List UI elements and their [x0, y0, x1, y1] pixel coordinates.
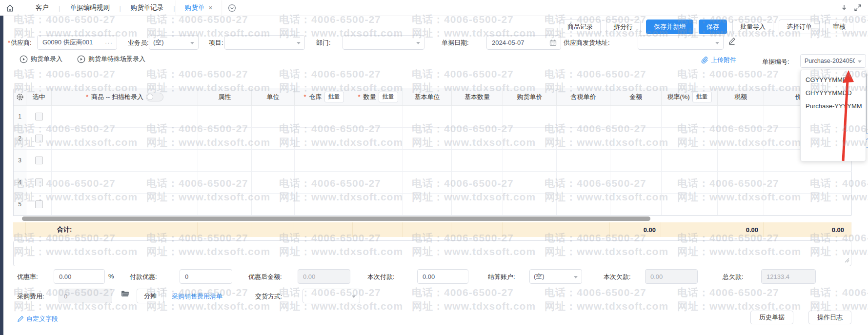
gear-icon[interactable] [16, 93, 24, 101]
table-cell[interactable] [503, 150, 557, 172]
history-docs-button[interactable]: 历史单据 [750, 311, 793, 324]
split-row-button[interactable]: 拆分行 [606, 20, 641, 34]
table-cell[interactable] [295, 194, 353, 216]
table-cell[interactable] [557, 150, 610, 172]
table-cell[interactable] [198, 128, 252, 150]
tab-more-icon[interactable] [228, 4, 236, 12]
table-cell[interactable] [610, 194, 662, 216]
home-icon[interactable] [6, 4, 14, 12]
table-cell[interactable] [452, 150, 503, 172]
table-cell[interactable] [662, 194, 718, 216]
table-cell[interactable] [503, 172, 557, 194]
table-cell[interactable] [353, 172, 403, 194]
table-cell[interactable] [295, 172, 353, 194]
doc-no-option[interactable]: CGYYYYMMDD [801, 73, 866, 86]
table-cell[interactable] [52, 194, 198, 216]
table-cell[interactable]: 4 [14, 172, 26, 194]
col-select-header[interactable]: 选中 [26, 88, 52, 106]
table-cell[interactable]: 1 [14, 106, 26, 128]
supplier-field[interactable]: ··· [37, 35, 117, 50]
table-cell[interactable] [26, 128, 52, 150]
table-cell[interactable] [764, 172, 852, 194]
col-product-header[interactable]: *商品 -- 扫描枪录入 [52, 88, 198, 106]
payment-now-input[interactable] [422, 273, 464, 281]
product-record-button[interactable]: 商品记录 [560, 20, 601, 34]
table-cell[interactable] [295, 128, 353, 150]
col-base-unit-header[interactable]: 基本单位 [403, 88, 452, 106]
table-cell[interactable]: 5 [14, 194, 26, 216]
select-order-button[interactable]: 选择订单 [779, 20, 820, 34]
salesman-select[interactable]: (空) [149, 35, 199, 50]
table-cell[interactable] [557, 194, 610, 216]
table-cell[interactable] [52, 128, 198, 150]
ship-address-select[interactable] [638, 35, 724, 50]
remarks-textarea[interactable] [13, 240, 851, 266]
purchase-entry-link[interactable]: 购货单录入 [20, 55, 62, 63]
table-cell[interactable] [198, 194, 252, 216]
col-tax-amount-header[interactable]: 税额 [718, 88, 764, 106]
folder-icon[interactable] [121, 290, 129, 299]
save-button[interactable]: 保存 [699, 20, 727, 34]
table-cell[interactable] [610, 172, 662, 194]
table-cell[interactable] [403, 106, 452, 128]
tab-doc-coding-rules[interactable]: 单据编码规则 [61, 0, 118, 16]
table-cell[interactable] [403, 150, 452, 172]
table-cell[interactable] [718, 194, 764, 216]
table-cell[interactable] [403, 128, 452, 150]
delivery-method-select[interactable] [303, 289, 360, 303]
custom-fields-link[interactable]: 自定义字段 [17, 315, 58, 323]
calendar-icon[interactable] [549, 39, 557, 46]
edit-address-icon[interactable] [728, 37, 736, 47]
doc-date-field[interactable] [486, 35, 561, 50]
fee-list-link[interactable]: 采购销售费用清单 [172, 292, 222, 301]
table-cell[interactable] [718, 106, 764, 128]
table-cell[interactable] [252, 128, 295, 150]
col-warehouse-header[interactable]: *仓库批量 [295, 88, 353, 106]
table-cell[interactable] [403, 194, 452, 216]
table-cell[interactable] [252, 150, 295, 172]
table-cell[interactable] [610, 106, 662, 128]
resize-handle-icon[interactable] [845, 257, 849, 264]
table-cell[interactable] [252, 172, 295, 194]
table-cell[interactable] [503, 128, 557, 150]
table-cell[interactable] [198, 106, 252, 128]
table-cell[interactable] [295, 106, 353, 128]
row-checkbox[interactable] [35, 135, 43, 142]
table-cell[interactable] [718, 172, 764, 194]
table-cell[interactable] [52, 150, 198, 172]
table-cell[interactable] [26, 194, 52, 216]
tab-purchase-order-records[interactable]: 购货单记录 [122, 0, 173, 16]
row-checkbox[interactable] [35, 200, 43, 208]
payment-discount-field[interactable] [180, 269, 232, 284]
batch-import-button[interactable]: 批量导入 [732, 20, 773, 34]
col-unit-header[interactable]: 单位 [252, 88, 295, 106]
table-cell[interactable]: 2 [14, 128, 26, 150]
doc-date-input[interactable] [491, 39, 546, 47]
table-cell[interactable] [52, 106, 198, 128]
audit-button[interactable]: 审核 [825, 20, 853, 34]
table-cell[interactable] [662, 106, 718, 128]
table-cell[interactable] [26, 150, 52, 172]
tab-purchase-order[interactable]: 购货单× [176, 0, 222, 16]
table-cell[interactable] [295, 150, 353, 172]
table-cell[interactable] [503, 194, 557, 216]
table-cell[interactable] [662, 172, 718, 194]
discount-rate-field[interactable] [54, 269, 105, 284]
table-cell[interactable] [718, 128, 764, 150]
table-cell[interactable] [662, 128, 718, 150]
table-cell[interactable] [403, 172, 452, 194]
table-cell[interactable] [718, 150, 764, 172]
col-tax-incl-price-header[interactable]: 含税单价 [557, 88, 610, 106]
settlement-account-select[interactable]: (空) [529, 269, 582, 284]
project-select[interactable] [224, 35, 305, 50]
table-cell[interactable] [610, 150, 662, 172]
horizontal-scrollbar[interactable] [22, 217, 650, 221]
table-cell[interactable] [353, 194, 403, 216]
col-settings-header[interactable] [14, 88, 26, 106]
table-cell[interactable] [52, 172, 198, 194]
doc-no-option[interactable]: GHYYYYMMDD [801, 86, 866, 99]
batch-button[interactable]: 批量 [692, 92, 712, 102]
col-tax-rate-header[interactable]: 税率(%)批量 [662, 88, 718, 106]
col-amount-header[interactable]: 金额 [610, 88, 662, 106]
scan-gun-toggle[interactable] [146, 93, 163, 101]
